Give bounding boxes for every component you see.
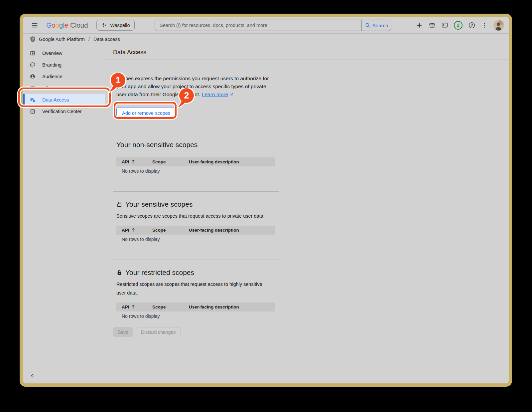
google-cloud-logo[interactable]: Google Cloud	[46, 21, 88, 29]
sidebar-item-verification-center[interactable]: Verification Center	[23, 105, 105, 117]
sidebar-item-label: Verification Center	[42, 109, 81, 114]
auth-platform-shield-icon	[30, 36, 36, 43]
intro-paragraph: Scopes express the permissions you reque…	[116, 75, 275, 99]
section-title-sensitive: Your sensitive scopes	[116, 200, 279, 208]
notification-count: 2	[457, 23, 459, 28]
notifications-badge[interactable]: 2	[454, 21, 463, 30]
sort-ascending-icon	[131, 160, 135, 164]
main-panel: Data Access Scopes express the permissio…	[105, 45, 509, 383]
promotions-button[interactable]	[429, 22, 436, 29]
annotation-callout-1: 1	[108, 73, 126, 93]
user-avatar[interactable]	[493, 20, 504, 31]
column-header-api[interactable]: API	[116, 159, 147, 164]
table-header-row: API Scope User-facing description	[116, 303, 275, 311]
column-header-api[interactable]: API	[116, 305, 147, 309]
section-title-restricted: Your restricted scopes	[116, 269, 279, 277]
logo-letter: g	[59, 21, 63, 29]
empty-table-row: No rows to display	[116, 235, 275, 244]
project-selector[interactable]: Waspello	[96, 20, 135, 31]
screenshot-stage: Google Cloud Waspello Search	[0, 0, 532, 412]
lock-open-icon	[116, 201, 122, 208]
callout-number: 1	[111, 74, 125, 86]
more-vert-icon	[481, 22, 488, 29]
section-title-text: Your non-sensitive scopes	[116, 141, 198, 149]
breadcrumb-product[interactable]: Google Auth Platform	[39, 37, 85, 42]
non-sensitive-scopes-table: API Scope User-facing description No row…	[116, 157, 275, 176]
sort-ascending-icon	[131, 228, 135, 232]
table-header-row: API Scope User-facing description	[116, 157, 275, 166]
help-button[interactable]	[468, 22, 475, 29]
cloud-shell-button[interactable]	[441, 22, 448, 29]
column-header-api[interactable]: API	[116, 228, 147, 233]
overview-icon	[30, 50, 36, 56]
form-actions: Save Discard changes	[113, 327, 279, 337]
section-divider	[113, 260, 279, 260]
learn-more-label: Learn more	[202, 92, 228, 97]
logo-letter: o	[55, 21, 59, 29]
palette-icon	[30, 62, 36, 68]
topbar-actions: 2	[416, 20, 504, 31]
page-header: Data Access	[105, 45, 509, 60]
annotation-callout-2: 2	[177, 88, 195, 108]
sidebar-item-audience[interactable]: Audience	[23, 71, 105, 82]
terminal-icon	[441, 22, 448, 29]
collapse-panel-icon	[30, 373, 36, 379]
person-icon	[30, 74, 36, 80]
column-header-scope: Scope	[147, 228, 184, 233]
logo-letter: o	[52, 21, 55, 29]
hamburger-menu-button[interactable]	[31, 22, 38, 29]
gemini-sparkle-icon	[416, 22, 423, 29]
project-icon	[101, 22, 107, 28]
sidebar-item-label: Audience	[42, 74, 62, 79]
breadcrumb-current: Data access	[93, 37, 120, 42]
sort-ascending-icon	[131, 305, 135, 309]
lock-closed-icon	[116, 269, 122, 276]
annotation-highlight-data-access	[18, 88, 111, 107]
more-options-button[interactable]	[481, 22, 488, 29]
logo-letter: G	[46, 21, 52, 29]
search-input[interactable]	[155, 20, 361, 31]
gift-icon	[429, 22, 436, 29]
sidebar-item-branding[interactable]: Branding	[23, 59, 105, 71]
section-title-text: Your restricted scopes	[125, 269, 194, 277]
top-app-bar: Google Cloud Waspello Search	[23, 17, 509, 34]
search-icon	[365, 22, 371, 28]
column-header-description: User-facing description	[184, 305, 275, 309]
external-link-icon	[229, 92, 234, 98]
sidebar-item-label: Overview	[42, 51, 62, 56]
discard-changes-button[interactable]: Discard changes	[136, 327, 181, 337]
search-submit-button[interactable]: Search	[361, 20, 391, 31]
collapse-sidebar-button[interactable]	[30, 373, 36, 379]
menu-icon	[31, 22, 38, 29]
section-description: Restricted scopes are scopes that reques…	[116, 280, 273, 297]
column-header-scope: Scope	[147, 159, 184, 164]
column-header-description: User-facing description	[184, 159, 275, 164]
search-button-label: Search	[372, 23, 388, 28]
restricted-scopes-table: API Scope User-facing description No row…	[116, 303, 275, 321]
help-icon	[468, 22, 475, 29]
breadcrumb-bar: Google Auth Platform / Data access	[23, 34, 509, 45]
project-name: Waspello	[110, 23, 130, 28]
section-description: Sensitive scopes are scopes that request…	[116, 212, 273, 220]
sidebar-item-overview[interactable]: Overview	[23, 47, 105, 59]
page-title: Data Access	[113, 49, 146, 56]
annotation-highlight-add-scopes	[114, 102, 177, 119]
save-button[interactable]: Save	[113, 327, 133, 337]
table-header-row: API Scope User-facing description	[116, 226, 275, 235]
browser-window: Google Cloud Waspello Search	[20, 14, 512, 387]
section-divider	[113, 132, 279, 132]
breadcrumb-separator: /	[88, 37, 90, 42]
sensitive-scopes-table: API Scope User-facing description No row…	[116, 226, 275, 244]
section-divider	[113, 191, 279, 192]
sidebar-item-label: Branding	[42, 62, 62, 68]
logo-letter: e	[65, 21, 68, 29]
section-title-text: Your sensitive scopes	[125, 200, 193, 208]
gemini-button[interactable]	[416, 22, 423, 29]
section-title-non-sensitive: Your non-sensitive scopes	[116, 141, 279, 149]
empty-table-row: No rows to display	[116, 311, 275, 321]
learn-more-link[interactable]: Learn more	[202, 92, 234, 97]
empty-table-row: No rows to display	[116, 166, 275, 176]
search-bar: Search	[155, 20, 391, 31]
checkbox-icon	[30, 108, 36, 114]
column-header-description: User-facing description	[184, 228, 275, 233]
